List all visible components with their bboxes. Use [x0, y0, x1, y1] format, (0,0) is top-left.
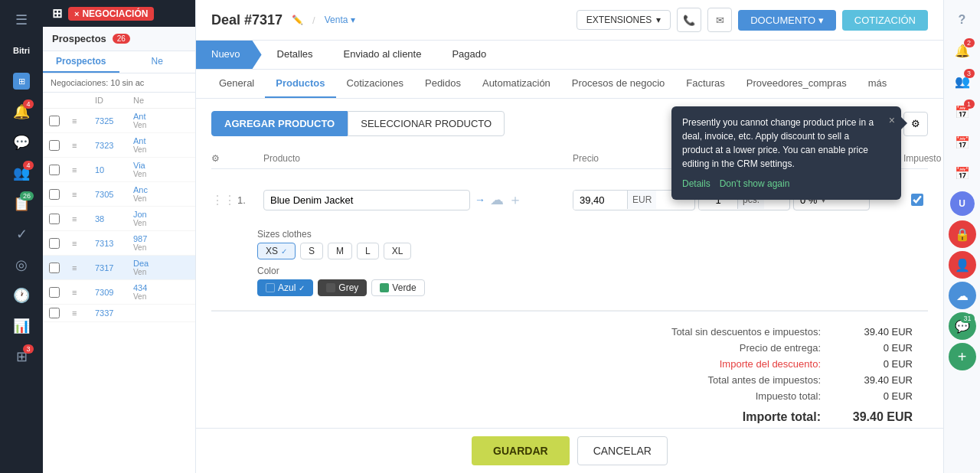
- total-antes-value: 39.40 EUR: [836, 374, 913, 386]
- sin-descuentos-label: Total sin descuentos e impuestos:: [622, 326, 821, 338]
- phone-button[interactable]: 📞: [677, 8, 701, 32]
- right-green-button[interactable]: +: [949, 343, 976, 370]
- drag-handle[interactable]: ⋮⋮: [211, 193, 234, 207]
- tooltip-details-link[interactable]: Details: [682, 177, 710, 191]
- right-team-icon[interactable]: 👥 3: [949, 67, 976, 95]
- sidebar-item-apps[interactable]: ⊞ 3: [8, 343, 35, 370]
- tab-facturas[interactable]: Facturas: [675, 70, 736, 98]
- crm-row-7313[interactable]: ≡ 7313 987Ven: [43, 231, 195, 256]
- sidebar-item-notifications[interactable]: 🔔 4: [8, 98, 35, 126]
- tooltip-close-button[interactable]: ×: [889, 113, 895, 129]
- crm-row-7325[interactable]: ≡ 7325 AntVen: [43, 109, 195, 133]
- color-dot-grey: [326, 283, 335, 292]
- cotizacion-button[interactable]: COTIZACIÓN: [842, 10, 928, 31]
- size-l[interactable]: L: [357, 243, 379, 259]
- right-bell-icon[interactable]: 🔔 2: [949, 37, 976, 64]
- row-checkbox[interactable]: [49, 189, 60, 200]
- color-verde[interactable]: Verde: [371, 279, 424, 296]
- crm-row-10[interactable]: ≡ 10 ViaVen: [43, 158, 195, 182]
- crm-tab-ne[interactable]: Ne: [119, 51, 196, 73]
- stage-pagado[interactable]: Pagado: [436, 41, 501, 69]
- row-checkbox[interactable]: [49, 140, 60, 151]
- totals-row-importe-descuento: Importe del descuento: 0 EUR: [227, 356, 913, 372]
- products-area: × Presently you cannot change product pr…: [196, 99, 943, 428]
- documento-button[interactable]: DOCUMENTO ▾: [738, 10, 836, 31]
- row-checkbox[interactable]: [49, 214, 60, 224]
- size-s[interactable]: S: [300, 243, 323, 259]
- close-icon[interactable]: ×: [74, 9, 79, 18]
- crm-row-38[interactable]: ≡ 38 JonVen: [43, 207, 195, 231]
- size-m[interactable]: M: [328, 243, 352, 259]
- crm-table-header: ID Ne: [43, 93, 195, 109]
- row-checkbox[interactable]: [49, 165, 60, 175]
- cancel-button[interactable]: CANCELAR: [577, 436, 668, 465]
- tax-included-checkbox[interactable]: [911, 194, 923, 206]
- row-checkbox[interactable]: [49, 238, 60, 249]
- color-azul[interactable]: Azul ✓: [257, 279, 313, 296]
- sidebar-item-menu[interactable]: ☰: [8, 6, 35, 34]
- row-checkbox[interactable]: [49, 263, 60, 273]
- right-user-icon[interactable]: 👤: [949, 251, 976, 279]
- tab-automatizacion[interactable]: Automatización: [472, 70, 561, 98]
- crm-row-7309[interactable]: ≡ 7309 434Ven: [43, 280, 195, 305]
- select-product-button[interactable]: SELECCIONAR PRODUCTO: [348, 111, 505, 136]
- crm-negociacion-tag[interactable]: × NEGOCIACIÓN: [68, 7, 154, 21]
- color-label: Color: [257, 266, 928, 276]
- tooltip-dont-show-link[interactable]: Don't show again: [720, 177, 790, 191]
- right-chat-icon[interactable]: 💬 31: [949, 312, 976, 340]
- col-product: Producto: [263, 153, 570, 164]
- tab-productos[interactable]: Productos: [265, 70, 335, 98]
- crm-tab-prospectos[interactable]: Prospectos: [43, 51, 119, 73]
- crm-id: 7337: [95, 308, 133, 318]
- add-variant-icon[interactable]: ＋: [508, 191, 522, 209]
- tab-proveedores[interactable]: Proveedores_compras: [736, 70, 858, 98]
- add-product-button[interactable]: AGREGAR PRODUCTO: [211, 111, 348, 136]
- product-link-icon[interactable]: →: [475, 194, 485, 206]
- crm-tag-label: NEGOCIACIÓN: [82, 8, 148, 19]
- right-question-icon[interactable]: ?: [949, 6, 976, 34]
- deal-type[interactable]: Venta ▾: [325, 15, 356, 25]
- sidebar-item-chat[interactable]: 💬: [8, 129, 35, 156]
- tab-procesos[interactable]: Procesos de negocio: [561, 70, 675, 98]
- sidebar-item-users[interactable]: 👥 4: [8, 159, 35, 187]
- right-calendar-icon[interactable]: 📅 1: [949, 98, 976, 126]
- sizes-options: XS ✓ S M L XL: [257, 243, 928, 259]
- row-checkbox[interactable]: [49, 308, 60, 318]
- save-button[interactable]: GUARDAR: [472, 436, 570, 465]
- crm-row-7305[interactable]: ≡ 7305 AncVen: [43, 182, 195, 207]
- tab-pedidos[interactable]: Pedidos: [414, 70, 472, 98]
- tab-cotizaciones[interactable]: Cotizaciones: [336, 70, 414, 98]
- stage-detalles[interactable]: Detalles: [262, 41, 328, 69]
- row-checkbox[interactable]: [49, 116, 60, 126]
- sidebar-item-target[interactable]: ◎: [8, 251, 35, 279]
- sidebar-item-deals[interactable]: 📋 26: [8, 190, 35, 217]
- product-number: 1.: [237, 194, 260, 206]
- sidebar-item-tasks[interactable]: ✓: [8, 220, 35, 248]
- sidebar-item-crm[interactable]: ⊞: [8, 67, 35, 95]
- right-avatar-icon[interactable]: U: [949, 190, 976, 217]
- sidebar-item-clock[interactable]: 🕐: [8, 282, 35, 309]
- deal-edit-icon[interactable]: ✏️: [292, 15, 303, 25]
- crm-row-7323[interactable]: ≡ 7323 AntVen: [43, 133, 195, 158]
- mail-button[interactable]: ✉: [707, 8, 732, 32]
- row-checkbox[interactable]: [49, 287, 60, 298]
- product-name-input[interactable]: [263, 190, 470, 210]
- right-calendar2-icon[interactable]: 📅: [949, 129, 976, 156]
- sidebar-item-chart[interactable]: 📊: [8, 312, 35, 340]
- right-cloud-icon[interactable]: ☁: [949, 282, 976, 309]
- size-xs[interactable]: XS ✓: [257, 243, 296, 259]
- col-ne: Ne: [133, 96, 189, 105]
- crm-row-7337[interactable]: ≡ 7337: [43, 305, 195, 322]
- crm-row-7317[interactable]: ≡ 7317 DeaVen: [43, 256, 195, 280]
- stage-nuevo[interactable]: Nuevo: [196, 41, 262, 69]
- size-xl[interactable]: XL: [384, 243, 412, 259]
- extensiones-button[interactable]: EXTENSIONES ▾: [577, 10, 671, 30]
- tab-mas[interactable]: más: [858, 70, 898, 98]
- right-lock-icon[interactable]: 🔒: [949, 220, 976, 248]
- right-calendar3-icon[interactable]: 📅: [949, 159, 976, 187]
- tab-general[interactable]: General: [208, 70, 265, 98]
- stage-enviado[interactable]: Enviado al cliente: [328, 41, 437, 69]
- color-grey[interactable]: Grey: [318, 279, 367, 296]
- total-grand-row: Importe total: 39.40 EUR: [227, 404, 913, 428]
- price-input[interactable]: [573, 191, 627, 210]
